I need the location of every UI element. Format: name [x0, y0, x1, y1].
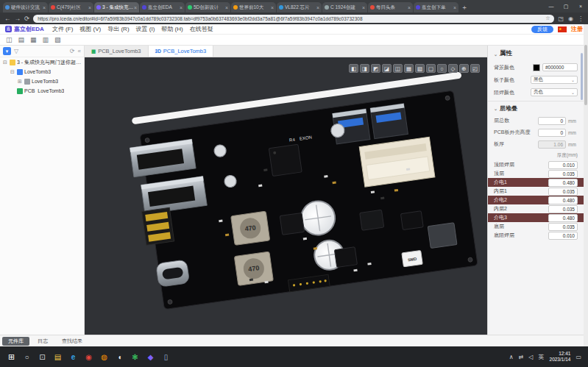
- extensions-icon[interactable]: ◳: [558, 15, 564, 22]
- layer-thickness-input[interactable]: 0.480: [548, 179, 578, 187]
- stackup-layer-row[interactable]: 内层2 0.035: [488, 204, 584, 213]
- project-tree-item[interactable]: ⊟ LoveTomb3: [0, 67, 84, 76]
- layer-thickness-input[interactable]: 0.010: [548, 161, 578, 169]
- clock[interactable]: 12:41 2023/1/14: [550, 351, 571, 363]
- stackup-layer-row[interactable]: 底层 0.035: [488, 222, 584, 231]
- search-button[interactable]: ○: [19, 349, 35, 365]
- editor-tab[interactable]: 3D PCB_LoveTomb3: [149, 46, 214, 57]
- chrome-icon[interactable]: ◉: [81, 349, 96, 365]
- view-front-icon[interactable]: ◧: [349, 64, 358, 73]
- volume-icon[interactable]: ◁: [528, 354, 533, 360]
- profile-icon[interactable]: ◉: [568, 15, 573, 22]
- orbit-icon[interactable]: ○: [437, 64, 447, 73]
- feedback-button[interactable]: 反馈: [531, 26, 553, 33]
- tab-close-icon[interactable]: ×: [43, 5, 46, 10]
- reload-icon[interactable]: ⟳: [24, 15, 29, 22]
- layer-thickness-input[interactable]: 0.035: [548, 205, 578, 213]
- ime-indicator[interactable]: 英: [539, 353, 545, 361]
- view-left-icon[interactable]: ◩: [371, 64, 380, 73]
- china-flag-icon[interactable]: ★: [558, 26, 567, 32]
- view-back-icon[interactable]: ◨: [360, 64, 369, 73]
- layer-thickness-input[interactable]: 0.035: [548, 223, 578, 231]
- browser-tab[interactable]: 嘉立创下单 ×: [414, 2, 458, 13]
- layer-thickness-input[interactable]: 0.480: [548, 214, 578, 222]
- notepad-icon[interactable]: ▯: [158, 349, 174, 365]
- new-file-icon[interactable]: ◫: [6, 36, 13, 43]
- fullscreen-icon[interactable]: ◰: [470, 64, 480, 73]
- tab-close-icon[interactable]: ×: [408, 5, 411, 10]
- refresh-icon[interactable]: ⟳: [70, 48, 75, 54]
- tab-close-icon[interactable]: ×: [271, 5, 274, 10]
- layer-thickness-input[interactable]: 0.035: [548, 188, 578, 196]
- edge-icon[interactable]: e: [65, 349, 81, 365]
- stack-field-input[interactable]: 1.06: [538, 140, 566, 149]
- collapse-panel-icon[interactable]: «: [78, 48, 81, 54]
- tree-expander-icon[interactable]: ⊟: [10, 69, 15, 75]
- project-tree-item[interactable]: ⊟ 3 - 集成快充与网门迷你超高速USB3…: [0, 57, 84, 67]
- color-swatch[interactable]: [533, 64, 540, 71]
- close-button[interactable]: ×: [573, 0, 588, 13]
- layer-thickness-input[interactable]: 0.035: [548, 170, 578, 178]
- wechat-icon[interactable]: ✻: [127, 349, 143, 365]
- bottom-tab[interactable]: 元件库: [2, 337, 29, 346]
- view-iso-icon[interactable]: ▧: [415, 64, 425, 73]
- bottom-tab[interactable]: 日志: [32, 337, 54, 346]
- layer-thickness-input[interactable]: 0.010: [548, 232, 578, 240]
- tree-expander-icon[interactable]: ⊟: [2, 60, 8, 65]
- pcb-3d-viewport[interactable]: 470 470: [85, 57, 487, 335]
- stackup-layer-row[interactable]: 顶层 0.035: [488, 169, 584, 178]
- file-explorer-icon[interactable]: ▤: [50, 349, 65, 365]
- browser-tab[interactable]: 每日头条 ×: [368, 2, 413, 13]
- board-color-select[interactable]: 黑色 ⌄: [531, 76, 578, 84]
- menu-item[interactable]: 文件 (F): [52, 25, 73, 33]
- browser-tab[interactable]: 硬件设计交流 ×: [3, 2, 48, 13]
- stackup-layer-row[interactable]: 内层1 0.035: [488, 187, 584, 196]
- browser-menu-icon[interactable]: ⋮: [578, 15, 584, 22]
- tab-close-icon[interactable]: ×: [180, 5, 183, 10]
- menu-item[interactable]: 在线答疑: [190, 25, 213, 33]
- import-icon[interactable]: ▥: [43, 36, 49, 43]
- tab-close-icon[interactable]: ×: [453, 5, 456, 10]
- menu-item[interactable]: 导出 (R): [107, 25, 129, 33]
- pan-icon[interactable]: ◇: [448, 64, 458, 73]
- minimize-button[interactable]: —: [544, 0, 559, 13]
- browser-tab[interactable]: 世界前10大 ×: [231, 2, 276, 13]
- notification-center-icon[interactable]: ▭: [575, 354, 581, 360]
- new-tab-button[interactable]: ＋: [459, 2, 470, 13]
- network-icon[interactable]: ⇄: [519, 354, 524, 360]
- project-tree-item[interactable]: PCB_LoveTomb3: [0, 86, 84, 96]
- page-scrollbar[interactable]: [584, 24, 588, 346]
- tree-expander-icon[interactable]: ⊞: [17, 79, 23, 85]
- view-bottom-icon[interactable]: ▦: [404, 64, 414, 73]
- project-tree-item[interactable]: ⊞ LoveTomb3: [0, 76, 84, 86]
- browser-tab[interactable]: 5D创新设计 ×: [185, 2, 230, 13]
- scrollbar-thumb[interactable]: [584, 45, 587, 105]
- export-icon[interactable]: ▧: [54, 36, 61, 43]
- background-color-input[interactable]: #000000: [542, 63, 578, 71]
- firefox-icon[interactable]: ◍: [96, 349, 112, 365]
- tab-close-icon[interactable]: ×: [362, 5, 365, 10]
- tab-close-icon[interactable]: ×: [134, 5, 137, 10]
- back-icon[interactable]: ←: [4, 15, 11, 22]
- task-view-button[interactable]: ⊡: [35, 349, 50, 365]
- menu-item[interactable]: 设置 (I): [136, 25, 155, 33]
- layer-stack-header[interactable]: ⌄ 层堆叠: [488, 101, 584, 115]
- projection-icon[interactable]: ▢: [426, 64, 436, 73]
- stackup-layer-row[interactable]: 介电3 0.480: [488, 213, 584, 222]
- stackup-layer-row[interactable]: 介电1 0.480: [488, 178, 584, 187]
- eda-client-icon[interactable]: ◆: [143, 349, 158, 365]
- view-right-icon[interactable]: ◪: [382, 64, 392, 73]
- register-link[interactable]: 注册: [571, 25, 583, 33]
- editor-tab[interactable]: ▦ PCB_LoveTomb3: [85, 46, 149, 57]
- view-top-icon[interactable]: ◫: [393, 64, 403, 73]
- properties-header[interactable]: ⌄ 属性: [488, 46, 584, 61]
- tab-close-icon[interactable]: ×: [88, 5, 91, 10]
- qq-icon[interactable]: ◖: [112, 349, 127, 365]
- stack-field-input[interactable]: 0: [538, 117, 566, 125]
- menu-item[interactable]: 帮助 (H): [161, 25, 183, 33]
- open-project-icon[interactable]: ▤: [18, 36, 25, 43]
- filter-icon[interactable]: ▼: [3, 47, 11, 55]
- forward-icon[interactable]: →: [15, 15, 21, 22]
- panel-scrollbar[interactable]: [581, 53, 583, 100]
- start-button[interactable]: ⊞: [4, 349, 19, 365]
